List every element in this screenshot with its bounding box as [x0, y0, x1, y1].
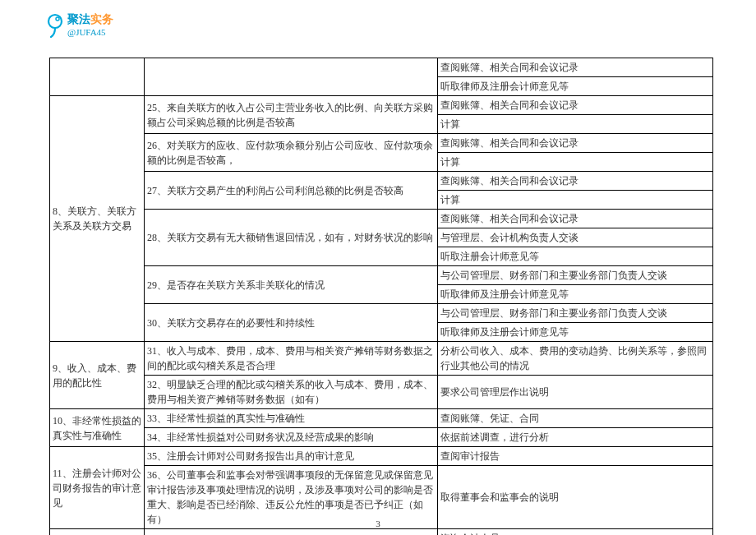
table-row: 28、关联方交易有无大额销售退回情况，如有，对财务状况的影响 查阅账簿、相关合同…	[50, 210, 713, 228]
cell: 28、关联方交易有无大额销售退回情况，如有，对财务状况的影响	[145, 210, 438, 266]
cell: 与公司管理层、财务部门和主要业务部门负责人交谈	[438, 304, 713, 323]
table-row: 查阅账簿、相关合同和会议记录	[50, 58, 713, 77]
brand-logo: 聚法实务 @JUFA45	[46, 13, 113, 38]
cell: 查阅账簿、相关合同和会议记录	[438, 96, 713, 115]
cell: 查阅账簿、相关合同和会议记录	[438, 172, 713, 191]
cell: 33、非经常性损益的真实性与准确性	[145, 409, 438, 428]
cell: 听取注册会计师意见等	[438, 247, 713, 266]
cell: 要求公司管理层作出说明	[438, 376, 713, 409]
cell: 30、关联方交易存在的必要性和持续性	[145, 304, 438, 342]
table-row: 30、关联方交易存在的必要性和持续性 与公司管理层、财务部门和主要业务部门负责人…	[50, 304, 713, 323]
logo-brand: 聚法实务	[67, 13, 113, 27]
logo-handle: @JUFA45	[67, 27, 113, 38]
table-row: 32、明显缺乏合理的配比或勾稽关系的收入与成本、费用，成本、费用与相关资产摊销等…	[50, 376, 713, 409]
content-table: 查阅账簿、相关合同和会议记录 听取律师及注册会计师意见等 8、关联方、关联方关系…	[49, 58, 713, 535]
table-row: 8、关联方、关联方关系及关联方交易 25、来自关联方的收入占公司主营业务收入的比…	[50, 96, 713, 115]
table-row: 29、是否存在关联方关系非关联化的情况 与公司管理层、财务部门和主要业务部门负责…	[50, 266, 713, 285]
table-row: 9、收入、成本、费用的配比性 31、收入与成本、费用，成本、费用与相关资产摊销等…	[50, 342, 713, 376]
document-page: 查阅账簿、相关合同和会议记录 听取律师及注册会计师意见等 8、关联方、关联方关系…	[49, 58, 713, 535]
cell: 34、非经常性损益对公司财务状况及经营成果的影响	[145, 428, 438, 447]
cell: 计算	[438, 153, 713, 172]
cell: 计算	[438, 191, 713, 210]
section-label: 9、收入、成本、费用的配比性	[50, 342, 145, 409]
cell: 计算	[438, 115, 713, 134]
table-row: 12、最近两年更换会计师事务所情况 37、更换会计师事务所的原因、履行审批程序情…	[50, 529, 713, 536]
cell: 与管理层、会计机构负责人交谈	[438, 228, 713, 247]
cell	[145, 58, 438, 96]
table-row: 10、非经常性损益的真实性与准确性 33、非经常性损益的真实性与准确性 查阅账簿…	[50, 409, 713, 428]
cell: 37、更换会计师事务所的原因、履行审批程序情况、前后任会计师事务所专业意见情况（…	[145, 529, 438, 536]
section-label: 12、最近两年更换会计师事务所情况	[50, 529, 145, 536]
svg-point-1	[56, 17, 59, 21]
table-row: 11、注册会计师对公司财务报告的审计意见 35、注册会计师对公司财务报告出具的审…	[50, 447, 713, 466]
cell: 35、注册会计师对公司财务报告出具的审计意见	[145, 447, 438, 466]
cell: 依据前述调查，进行分析	[438, 428, 713, 447]
cell	[50, 58, 145, 96]
cell: 与公司管理层、财务部门和主要业务部门负责人交谈	[438, 266, 713, 285]
cell: 听取律师及注册会计师意见等	[438, 285, 713, 304]
cell: 查阅账簿、凭证、合同	[438, 409, 713, 428]
cell: 31、收入与成本、费用，成本、费用与相关资产摊销等财务数据之间的配比或勾稽关系是…	[145, 342, 438, 376]
cell: 29、是否存在关联方关系非关联化的情况	[145, 266, 438, 304]
cell: 查阅审计报告	[438, 447, 713, 466]
cell: 32、明显缺乏合理的配比或勾稽关系的收入与成本、费用，成本、费用与相关资产摊销等…	[145, 376, 438, 409]
cell: 听取律师及注册会计师意见等	[438, 77, 713, 96]
cell: 分析公司收入、成本、费用的变动趋势、比例关系等，参照同行业其他公司的情况	[438, 342, 713, 376]
section-label: 8、关联方、关联方关系及关联方交易	[50, 96, 145, 342]
section-label: 10、非经常性损益的真实性与准确性	[50, 409, 145, 447]
page-number: 3	[0, 519, 756, 528]
cell: 听取律师及注册会计师意见等	[438, 323, 713, 342]
cell: 查阅账簿、相关合同和会议记录	[438, 210, 713, 228]
cell: 查阅账簿、相关合同和会议记录	[438, 134, 713, 153]
cell: 26、对关联方的应收、应付款项余额分别占公司应收、应付款项余额的比例是否较高，	[145, 134, 438, 172]
section-label: 11、注册会计师对公司财务报告的审计意见	[50, 447, 145, 529]
cell: 咨询会计人员	[438, 529, 713, 536]
cell: 27、关联方交易产生的利润占公司利润总额的比例是否较高	[145, 172, 438, 210]
table-row: 27、关联方交易产生的利润占公司利润总额的比例是否较高 查阅账簿、相关合同和会议…	[50, 172, 713, 191]
svg-point-0	[48, 15, 62, 28]
table-row: 26、对关联方的应收、应付款项余额分别占公司应收、应付款项余额的比例是否较高， …	[50, 134, 713, 153]
cell: 查阅账簿、相关合同和会议记录	[438, 58, 713, 77]
logo-pin-icon	[46, 13, 64, 38]
table-row: 34、非经常性损益对公司财务状况及经营成果的影响 依据前述调查，进行分析	[50, 428, 713, 447]
cell: 25、来自关联方的收入占公司主营业务收入的比例、向关联方采购额占公司采购总额的比…	[145, 96, 438, 134]
